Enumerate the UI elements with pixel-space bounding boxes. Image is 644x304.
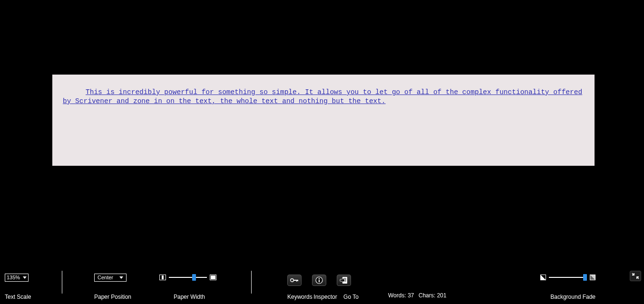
paper-width-slider[interactable]: [159, 275, 216, 280]
svg-rect-3: [298, 280, 299, 281]
goto-document-icon: [340, 276, 348, 284]
text-scale-select[interactable]: 135%: [5, 274, 29, 282]
wide-width-icon: [210, 275, 216, 280]
divider: [251, 271, 252, 294]
text-scale-label: Text Scale: [5, 294, 31, 304]
paper-position-select[interactable]: Center: [94, 274, 127, 282]
keywords-button[interactable]: [287, 275, 302, 286]
fade-light-icon: [590, 275, 595, 280]
divider: [62, 271, 62, 294]
svg-rect-6: [319, 280, 320, 283]
background-fade-label: Background Fade: [550, 294, 595, 304]
background-fade-slider[interactable]: [540, 275, 595, 280]
key-icon: [290, 277, 299, 283]
caret-down-icon: [119, 276, 123, 279]
svg-point-5: [319, 278, 320, 279]
editor-paper[interactable]: This is incredibly powerful for somethin…: [52, 75, 595, 166]
exit-fullscreen-icon: [632, 273, 639, 279]
slider-track[interactable]: [549, 277, 587, 278]
editor-text[interactable]: This is incredibly powerful for somethin…: [63, 88, 584, 106]
slider-track[interactable]: [169, 277, 207, 278]
paper-position-value: Center: [98, 275, 113, 280]
exit-fullscreen-button[interactable]: [630, 271, 641, 281]
narrow-width-icon: [159, 275, 166, 280]
goto-label: Go To: [339, 294, 363, 300]
svg-rect-1: [293, 280, 298, 281]
svg-rect-2: [296, 280, 297, 282]
svg-point-0: [291, 279, 293, 282]
caret-down-icon: [23, 276, 27, 279]
inspector-label: Inspector: [313, 294, 338, 300]
keywords-label: Keywords: [287, 294, 312, 300]
info-icon: [315, 276, 323, 284]
inspector-button[interactable]: [312, 275, 326, 286]
slider-thumb[interactable]: [583, 274, 587, 281]
slider-thumb[interactable]: [192, 274, 196, 281]
paper-width-label: Paper Width: [159, 294, 205, 304]
char-count: Chars: 201: [419, 292, 447, 299]
text-scale-value: 135%: [7, 275, 20, 280]
fade-dark-icon: [540, 275, 546, 280]
word-count: Words: 37: [388, 292, 414, 299]
paper-position-label: Paper Position: [94, 294, 131, 304]
goto-button[interactable]: [337, 275, 351, 286]
footer-control-bar: 135% Text Scale Center Paper Position: [0, 266, 644, 304]
